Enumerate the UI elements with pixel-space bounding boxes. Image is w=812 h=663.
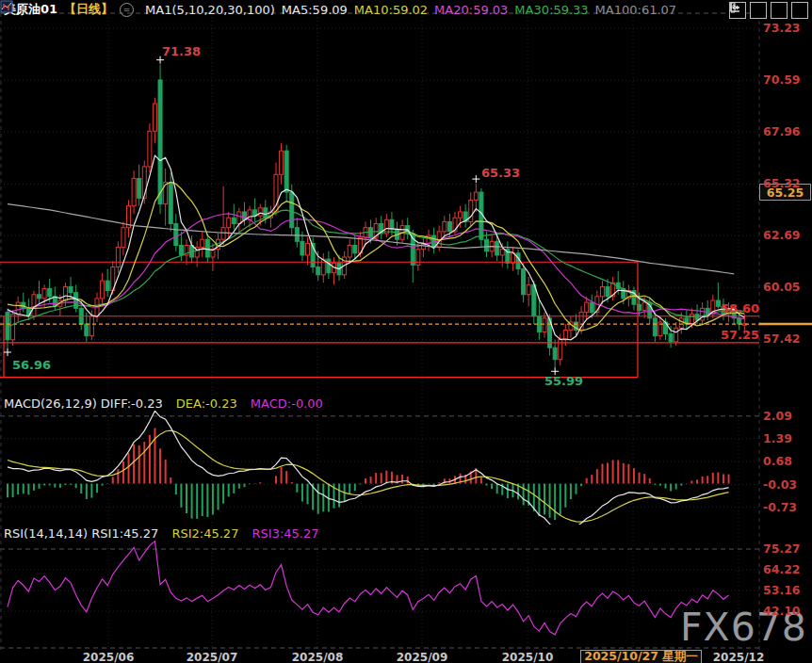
left-low-annotation: 56.96	[12, 358, 51, 372]
chart-toolbar	[729, 2, 808, 19]
date-tick-label: 2025/09	[380, 651, 464, 663]
chart-canvas[interactable]	[0, 0, 812, 663]
lowest-price-annotation: 55.99	[544, 374, 583, 388]
exit-panel-icon[interactable]	[791, 2, 808, 19]
date-tick-label: 2025/08	[275, 651, 360, 663]
axis-tick-label: 42.10	[763, 604, 801, 618]
support-price-label: 57.25	[693, 328, 759, 342]
gridlines	[0, 13, 759, 650]
axis-tick-label: 73.23	[763, 21, 801, 35]
macd-diff-value: MACD(26,12,9) DIFF:-0.23	[4, 396, 163, 411]
macd-dea-value: DEA:-0.23	[176, 396, 237, 411]
rsi3-value: RSI3:45.27	[252, 526, 319, 541]
macd-panel	[8, 411, 729, 530]
spike-high-annotation: 65.33	[481, 166, 520, 180]
date-tick-label: 2025/10	[485, 651, 570, 663]
axis-tick-label: 0.68	[763, 454, 792, 468]
axis-tick-label: 70.59	[763, 73, 801, 87]
axis-tick-label: 62.69	[763, 228, 801, 242]
settings-icon[interactable]: =	[120, 3, 134, 17]
right-axis-icon[interactable]	[771, 2, 788, 19]
axis-tick-label: 64.22	[763, 562, 801, 576]
axis-tick-label: -0.73	[763, 500, 797, 514]
axis-tick-label: 57.42	[763, 332, 801, 346]
axis-tick-label: 65.32	[763, 176, 801, 190]
axis-tick-label: 53.16	[763, 583, 801, 597]
crosshair-date-box: 2025/10/27 星期一	[580, 650, 702, 663]
axis-tick-label: 60.05	[763, 280, 801, 294]
rsi-header: RSI(14,14,14) RSI1:45.27 RSI2:45.27 RSI3…	[4, 526, 319, 541]
macd-value: MACD:-0.00	[251, 396, 323, 411]
axis-tick-label: 75.27	[763, 542, 801, 556]
date-tick-label: 2025/06	[66, 651, 151, 663]
axis-tick-label: 67.96	[763, 124, 801, 138]
period-label[interactable]: 【日线】	[64, 1, 113, 18]
axis-tick-label: -0.03	[763, 477, 797, 492]
axis-tick-label: 2.09	[763, 409, 792, 423]
header-bar: 美原油01 【日线】 = MA1(5,10,20,30,100) MA5:59.…	[0, 0, 812, 19]
axis-tick-label: 1.39	[763, 431, 792, 445]
highest-price-annotation: 71.38	[162, 44, 201, 58]
resistance-price-label: 58.60	[693, 301, 759, 315]
rsi-line	[8, 542, 729, 635]
rsi2-value: RSI2:45.27	[171, 526, 238, 541]
chart-window: 美原油01 【日线】 = MA1(5,10,20,30,100) MA5:59.…	[0, 0, 812, 663]
ma5-legend: MA5:59.09	[282, 3, 348, 17]
macd-header: MACD(26,12,9) DIFF:-0.23 DEA:-0.23 MACD:…	[4, 396, 323, 411]
dea-line	[8, 430, 729, 522]
ma20-legend: MA20:59.03	[434, 3, 508, 17]
ma100-legend: MA100:61.07	[595, 3, 677, 17]
rsi1-value: RSI(14,14,14) RSI1:45.27	[4, 526, 158, 541]
left-axis-icon[interactable]	[750, 2, 767, 19]
ma30-legend: MA30:59.33	[514, 3, 588, 17]
ma-group-label: MA1(5,10,20,30,100)	[145, 3, 275, 17]
ma10-legend: MA10:59.02	[354, 3, 428, 17]
date-tick-label: 2025/12	[696, 651, 781, 663]
rsi-panel	[8, 542, 729, 635]
diff-line	[8, 411, 729, 530]
main-price-panel	[0, 65, 759, 378]
date-tick-label: 2025/07	[170, 651, 254, 663]
